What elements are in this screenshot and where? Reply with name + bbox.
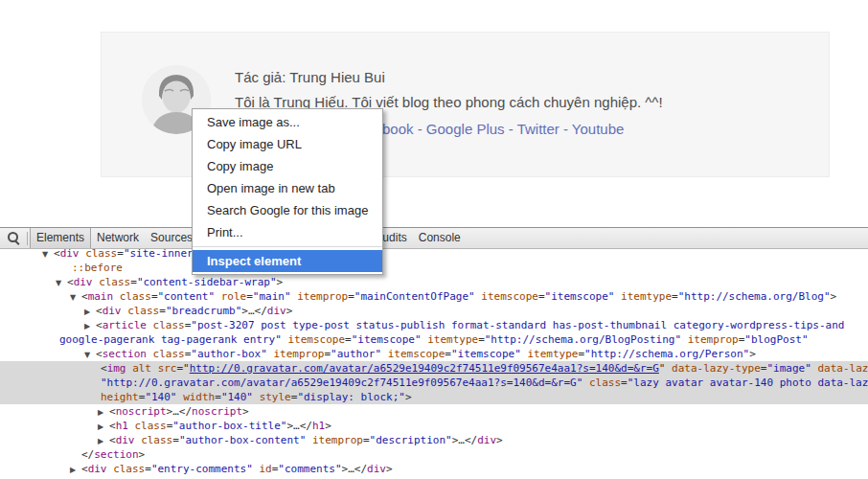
tree-row[interactable]: ::before	[0, 261, 868, 275]
context-menu-items: Save image as...Copy image URLCopy image…	[193, 111, 382, 243]
menu-item-save-image-as[interactable]: Save image as...	[193, 111, 382, 133]
menu-item-search-google-for-this-image[interactable]: Search Google for this image	[193, 199, 382, 221]
tree-row[interactable]: ▶<div class="breadcrumb">…</div>	[0, 304, 868, 318]
disclosure-arrow-icon[interactable]: ▼	[56, 276, 61, 290]
disclosure-arrow-icon[interactable]: ▼	[70, 290, 76, 305]
tree-row[interactable]: ▼<main class="content" role="main" itemp…	[0, 289, 868, 304]
tab-network[interactable]: Network	[91, 228, 145, 248]
tree-row-selected[interactable]: height="140" width="140" style="display:…	[0, 390, 868, 404]
menu-item-copy-image[interactable]: Copy image	[193, 155, 382, 177]
toolbar-separator	[27, 232, 28, 245]
devtools-toolbar: ElementsNetworkSourcesTimelineProfilesRe…	[0, 228, 868, 249]
devtools-panel: ▼<div class="site-inner">::before▼<div c…	[0, 227, 868, 479]
tree-row[interactable]: google-pagerank tag-pagerank entry" item…	[0, 332, 868, 347]
disclosure-arrow-icon[interactable]: ▶	[84, 305, 90, 319]
disclosure-arrow-icon[interactable]: ▼	[84, 348, 90, 362]
tree-row[interactable]: ▼<div class="content-sidebar-wrap">	[0, 275, 868, 289]
tree-row-selected[interactable]: "http://0.gravatar.com/avatar/a6529e1940…	[0, 376, 868, 390]
tab-console[interactable]: Console	[413, 228, 467, 248]
disclosure-arrow-icon[interactable]: ▶	[70, 463, 76, 477]
tree-row[interactable]: ▶<h1 class="author-box-title">…</h1>	[0, 419, 868, 433]
tab-elements[interactable]: Elements	[30, 228, 91, 248]
context-menu: Save image as...Copy image URLCopy image…	[192, 108, 383, 275]
tree-row[interactable]: ▼<section class="author-box" itemprop="a…	[0, 347, 868, 361]
tab-sources[interactable]: Sources	[145, 228, 198, 248]
disclosure-arrow-icon[interactable]: ▼	[42, 247, 48, 262]
author-title: Tác giả: Trung Hieu Bui	[235, 69, 385, 85]
menu-item-open-image-in-new-tab[interactable]: Open image in new tab	[193, 177, 382, 199]
tree-row[interactable]: ▶<noscript>…</noscript>	[0, 404, 868, 419]
disclosure-arrow-icon[interactable]: ▶	[98, 420, 103, 434]
tree-row[interactable]: ▶<div class="entry-comments" id="comment…	[0, 462, 868, 476]
tree-row[interactable]: ▶<div class="author-box-content" itempro…	[0, 433, 868, 447]
menu-item-print[interactable]: Print...	[193, 221, 382, 243]
disclosure-arrow-icon[interactable]: ▶	[98, 405, 103, 420]
tree-row-selected[interactable]: <img alt src="http://0.gravatar.com/avat…	[0, 361, 868, 376]
menu-item-copy-image-url[interactable]: Copy image URL	[193, 133, 382, 155]
disclosure-arrow-icon[interactable]: ▶	[84, 319, 90, 333]
menu-separator	[193, 246, 382, 247]
search-icon[interactable]	[8, 232, 20, 244]
menu-item-inspect-element[interactable]: Inspect element	[193, 250, 382, 272]
author-social-links[interactable]: book - Google Plus - Twitter - Youtube	[382, 121, 624, 137]
elements-tree[interactable]: ▼<div class="site-inner">::before▼<div c…	[0, 246, 868, 479]
tree-row[interactable]: ▶<article class="post-3207 post type-pos…	[0, 318, 868, 332]
tree-row[interactable]: </section>	[0, 447, 868, 462]
disclosure-arrow-icon[interactable]: ▶	[98, 434, 103, 448]
